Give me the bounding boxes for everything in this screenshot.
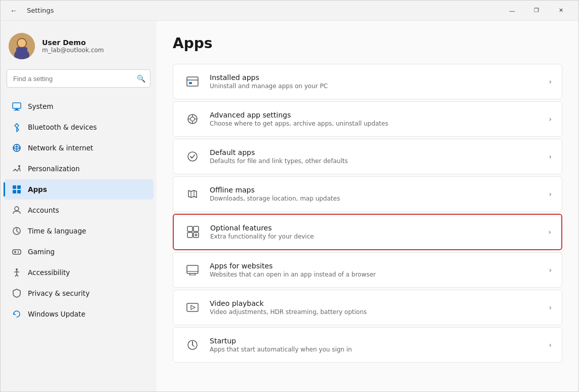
default-apps-desc: Defaults for file and link types, other …: [210, 158, 549, 165]
svg-rect-18: [13, 250, 21, 254]
maximize-button[interactable]: ❐: [525, 3, 548, 19]
sidebar-item-label-system: System: [28, 102, 53, 110]
sidebar-item-gaming[interactable]: Gaming: [4, 242, 153, 262]
titlebar: ← Settings — ❐ ✕: [1, 1, 578, 21]
sidebar-item-personalization[interactable]: Personalization: [4, 159, 153, 179]
svg-rect-15: [17, 190, 21, 193]
svg-line-27: [17, 275, 18, 277]
apps-for-websites-chevron: ›: [549, 266, 552, 274]
sidebar-item-accounts[interactable]: Accounts: [4, 200, 153, 220]
window-controls: — ❐ ✕: [500, 3, 572, 19]
apps-icon: [12, 184, 22, 194]
sidebar-item-network[interactable]: Network & internet: [4, 138, 153, 158]
sidebar-item-time[interactable]: Time & language: [4, 221, 153, 241]
settings-item-startup[interactable]: Startup Apps that start automatically wh…: [173, 327, 562, 363]
close-button[interactable]: ✕: [549, 3, 572, 19]
sidebar-item-label-network: Network & internet: [28, 144, 93, 152]
installed-apps-icon: [183, 72, 202, 91]
svg-point-11: [18, 165, 20, 167]
default-apps-icon: [183, 147, 202, 166]
svg-point-23: [16, 268, 18, 270]
advanced-app-settings-text: Advanced app settings Choose where to ge…: [210, 111, 549, 127]
settings-item-optional-features[interactable]: Optional features Extra functionality fo…: [173, 214, 562, 250]
gaming-icon: [12, 247, 22, 257]
default-apps-chevron: ›: [549, 152, 552, 161]
video-playback-desc: Video adjustments, HDR streaming, batter…: [210, 308, 549, 316]
offline-maps-chevron: ›: [549, 190, 552, 198]
main-content: Apps Installed apps Uninstall and manage…: [157, 21, 578, 391]
svg-marker-49: [191, 305, 195, 309]
settings-item-offline-maps[interactable]: Offline maps Downloads, storage location…: [173, 176, 562, 212]
user-info: User Demo m_lab@outlook.com: [42, 38, 104, 54]
installed-apps-title: Installed apps: [210, 73, 549, 82]
default-apps-title: Default apps: [210, 148, 549, 156]
svg-point-32: [190, 117, 195, 121]
sidebar-item-system[interactable]: System: [4, 96, 153, 116]
user-name: User Demo: [42, 38, 104, 47]
offline-maps-desc: Downloads, storage location, map updates: [210, 195, 549, 202]
svg-point-53: [192, 341, 193, 342]
sidebar: User Demo m_lab@outlook.com 🔍 System: [1, 21, 157, 391]
svg-rect-28: [187, 77, 198, 86]
sidebar-item-accessibility[interactable]: Accessibility: [4, 262, 153, 283]
svg-point-16: [15, 207, 19, 211]
svg-point-4: [19, 40, 24, 46]
optional-features-text: Optional features Extra functionality fo…: [210, 224, 548, 240]
settings-item-apps-for-websites[interactable]: Apps for websites Websites that can open…: [173, 252, 562, 288]
avatar: [9, 33, 35, 59]
system-icon: [12, 101, 22, 111]
optional-features-title: Optional features: [210, 224, 548, 232]
svg-rect-14: [13, 190, 16, 193]
user-email: m_lab@outlook.com: [42, 47, 104, 54]
window-title: Settings: [27, 7, 494, 14]
accessibility-icon: [12, 267, 22, 278]
video-playback-title: Video playback: [210, 299, 549, 307]
sidebar-nav: System Bluetooth & devices Network & int…: [1, 96, 157, 325]
advanced-app-settings-chevron: ›: [549, 115, 552, 123]
svg-rect-48: [187, 303, 198, 311]
svg-rect-40: [187, 226, 192, 231]
sidebar-item-apps[interactable]: Apps: [4, 179, 153, 200]
sidebar-item-label-accounts: Accounts: [28, 206, 59, 214]
sidebar-item-label-personalization: Personalization: [28, 165, 80, 173]
time-icon: [12, 226, 22, 236]
svg-rect-13: [17, 185, 21, 189]
optional-features-chevron: ›: [548, 228, 551, 236]
offline-maps-text: Offline maps Downloads, storage location…: [210, 186, 549, 202]
content-area: User Demo m_lab@outlook.com 🔍 System: [1, 21, 578, 391]
advanced-app-settings-icon: [183, 110, 202, 128]
apps-for-websites-text: Apps for websites Websites that can open…: [210, 262, 549, 278]
startup-chevron: ›: [549, 341, 552, 349]
back-button[interactable]: ←: [7, 4, 21, 18]
installed-apps-text: Installed apps Uninstall and manage apps…: [210, 73, 549, 90]
video-playback-icon: [183, 298, 202, 317]
minimize-button[interactable]: —: [500, 3, 524, 19]
apps-for-websites-title: Apps for websites: [210, 262, 549, 270]
offline-maps-icon: [183, 185, 202, 203]
settings-item-video-playback[interactable]: Video playback Video adjustments, HDR st…: [173, 290, 562, 325]
settings-window: ← Settings — ❐ ✕: [0, 0, 579, 392]
sidebar-item-label-accessibility: Accessibility: [28, 268, 70, 277]
video-playback-chevron: ›: [549, 303, 552, 311]
search-box: 🔍: [7, 69, 150, 88]
sidebar-item-privacy[interactable]: Privacy & security: [4, 283, 153, 303]
sidebar-item-update[interactable]: Windows Update: [4, 304, 153, 324]
personalization-icon: [12, 164, 22, 174]
settings-item-advanced-app-settings[interactable]: Advanced app settings Choose where to ge…: [173, 101, 562, 137]
svg-rect-6: [13, 103, 21, 108]
settings-item-installed-apps[interactable]: Installed apps Uninstall and manage apps…: [173, 64, 562, 99]
sidebar-item-bluetooth[interactable]: Bluetooth & devices: [4, 117, 153, 137]
svg-rect-46: [187, 265, 198, 273]
page-title: Apps: [173, 35, 562, 52]
apps-for-websites-icon: [183, 261, 202, 279]
svg-line-52: [192, 345, 194, 346]
startup-desc: Apps that start automatically when you s…: [210, 346, 549, 353]
installed-apps-desc: Uninstall and manage apps on your PC: [210, 83, 549, 90]
optional-features-desc: Extra functionality for your device: [210, 233, 548, 240]
settings-item-default-apps[interactable]: Default apps Defaults for file and link …: [173, 139, 562, 174]
sidebar-item-label-privacy: Privacy & security: [28, 289, 90, 297]
svg-point-22: [18, 252, 19, 253]
search-input[interactable]: [7, 69, 150, 88]
sidebar-item-label-gaming: Gaming: [28, 248, 55, 256]
settings-list: Installed apps Uninstall and manage apps…: [173, 64, 562, 363]
